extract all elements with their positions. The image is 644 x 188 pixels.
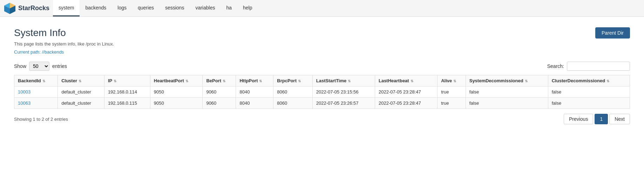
sort-icon-backendid: ⇅ bbox=[42, 79, 45, 83]
current-path-link[interactable]: Current path: //backends bbox=[14, 49, 114, 55]
table-header: BackendId⇅Cluster⇅IP⇅HeartbeatPort⇅BePor… bbox=[14, 75, 630, 86]
pagination: Previous 1 Next bbox=[564, 114, 630, 124]
col-header-cluster[interactable]: Cluster⇅ bbox=[58, 75, 104, 86]
cell-alive: true bbox=[438, 86, 466, 98]
cell-cluster: default_cluster bbox=[58, 86, 104, 98]
table-row: 10003default_cluster192.168.0.1149050906… bbox=[14, 86, 630, 98]
cell-clusterdecommissioned: false bbox=[548, 86, 630, 98]
cell-ip: 192.168.0.114 bbox=[104, 86, 150, 98]
sort-icon-clusterdecommissioned: ⇅ bbox=[606, 79, 609, 83]
section-info: System Info This page lists the system i… bbox=[14, 27, 114, 62]
table-row: 10063default_cluster192.168.0.1159050906… bbox=[14, 98, 630, 109]
cell-lastheartbeat: 2022-07-05 23:28:47 bbox=[375, 86, 437, 98]
search-control: Search: bbox=[547, 62, 630, 71]
col-header-alive[interactable]: Alive⇅ bbox=[438, 75, 466, 86]
nav-item-sessions[interactable]: sessions bbox=[160, 0, 190, 16]
search-label: Search: bbox=[547, 63, 564, 69]
sort-icon-ip: ⇅ bbox=[114, 79, 116, 83]
navbar: StarRocks systembackendslogsqueriessessi… bbox=[0, 0, 644, 17]
nav-item-backends[interactable]: backends bbox=[80, 0, 112, 16]
nav-item-help[interactable]: help bbox=[237, 0, 258, 16]
main-content: System Info This page lists the system i… bbox=[0, 17, 644, 135]
col-header-ip[interactable]: IP⇅ bbox=[104, 75, 150, 86]
previous-button[interactable]: Previous bbox=[564, 114, 593, 124]
cell-alive: true bbox=[438, 98, 466, 109]
section-header: System Info This page lists the system i… bbox=[14, 27, 630, 62]
cell-systemdecommissioned: false bbox=[466, 98, 548, 109]
nav-items: systembackendslogsqueriessessionsvariabl… bbox=[53, 0, 258, 16]
nav-item-system[interactable]: system bbox=[53, 0, 80, 16]
cell-laststarttime: 2022-07-05 23:26:57 bbox=[312, 98, 375, 109]
col-header-clusterdecommissioned[interactable]: ClusterDecommissioned⇅ bbox=[548, 75, 630, 86]
search-input[interactable] bbox=[567, 62, 630, 71]
brand-name: StarRocks bbox=[18, 5, 49, 12]
cell-laststarttime: 2022-07-05 23:15:56 bbox=[312, 86, 375, 98]
col-header-httpport[interactable]: HttpPort⇅ bbox=[236, 75, 273, 86]
cell-beport: 9060 bbox=[203, 98, 236, 109]
table-controls: Show 10 25 50 100 entries Search: bbox=[14, 62, 630, 71]
col-header-backendid[interactable]: BackendId⇅ bbox=[14, 75, 58, 86]
entries-per-page-select[interactable]: 10 25 50 100 bbox=[29, 62, 49, 71]
page-title: System Info bbox=[14, 27, 114, 39]
logo-icon bbox=[4, 2, 16, 15]
showing-info: Showing 1 to 2 of 2 entries bbox=[14, 117, 68, 122]
col-header-systemdecommissioned[interactable]: SystemDecommissioned⇅ bbox=[466, 75, 548, 86]
cell-cluster: default_cluster bbox=[58, 98, 104, 109]
table-header-row: BackendId⇅Cluster⇅IP⇅HeartbeatPort⇅BePor… bbox=[14, 75, 630, 86]
nav-item-queries[interactable]: queries bbox=[132, 0, 160, 16]
cell-systemdecommissioned: false bbox=[466, 86, 548, 98]
cell-lastheartbeat: 2022-07-05 23:28:47 bbox=[375, 98, 437, 109]
show-label: Show bbox=[14, 63, 26, 69]
page-description: This page lists the system info, like /p… bbox=[14, 41, 114, 47]
nav-item-variables[interactable]: variables bbox=[190, 0, 221, 16]
sort-icon-cluster: ⇅ bbox=[79, 79, 81, 83]
table-footer: Showing 1 to 2 of 2 entries Previous 1 N… bbox=[14, 114, 630, 124]
cell-brpcport: 8060 bbox=[273, 86, 312, 98]
sort-icon-beport: ⇅ bbox=[223, 79, 225, 83]
sort-icon-alive: ⇅ bbox=[453, 79, 456, 83]
next-button[interactable]: Next bbox=[609, 114, 630, 124]
backends-table: BackendId⇅Cluster⇅IP⇅HeartbeatPort⇅BePor… bbox=[14, 75, 630, 109]
cell-brpcport: 8060 bbox=[273, 98, 312, 109]
sort-icon-brpcport: ⇅ bbox=[298, 79, 301, 83]
entries-label: entries bbox=[52, 63, 67, 69]
cell-ip: 192.168.0.115 bbox=[104, 98, 150, 109]
cell-clusterdecommissioned: false bbox=[548, 98, 630, 109]
sort-icon-httpport: ⇅ bbox=[259, 79, 262, 83]
cell-beport: 9060 bbox=[203, 86, 236, 98]
show-entries-control: Show 10 25 50 100 entries bbox=[14, 62, 67, 71]
table-body: 10003default_cluster192.168.0.1149050906… bbox=[14, 86, 630, 109]
col-header-brpcport[interactable]: BrpcPort⇅ bbox=[273, 75, 312, 86]
sort-icon-heartbeatport: ⇅ bbox=[185, 79, 188, 83]
nav-item-logs[interactable]: logs bbox=[112, 0, 132, 16]
sort-icon-lastheartbeat: ⇅ bbox=[411, 79, 413, 83]
col-header-beport[interactable]: BePort⇅ bbox=[203, 75, 236, 86]
col-header-laststarttime[interactable]: LastStartTime⇅ bbox=[312, 75, 375, 86]
logo: StarRocks bbox=[4, 2, 49, 15]
page-1-button[interactable]: 1 bbox=[595, 114, 608, 124]
nav-item-ha[interactable]: ha bbox=[221, 0, 237, 16]
sort-icon-systemdecommissioned: ⇅ bbox=[525, 79, 528, 83]
parent-dir-area: Parent Dir bbox=[595, 27, 630, 39]
cell-httpport: 8040 bbox=[236, 86, 273, 98]
sort-icon-laststarttime: ⇅ bbox=[348, 79, 351, 83]
cell-backendid[interactable]: 10003 bbox=[14, 86, 58, 98]
col-header-lastheartbeat[interactable]: LastHeartbeat⇅ bbox=[375, 75, 437, 86]
cell-heartbeatport: 9050 bbox=[150, 98, 203, 109]
col-header-heartbeatport[interactable]: HeartbeatPort⇅ bbox=[150, 75, 203, 86]
cell-heartbeatport: 9050 bbox=[150, 86, 203, 98]
cell-httpport: 8040 bbox=[236, 98, 273, 109]
parent-dir-button[interactable]: Parent Dir bbox=[595, 27, 630, 39]
cell-backendid[interactable]: 10063 bbox=[14, 98, 58, 109]
